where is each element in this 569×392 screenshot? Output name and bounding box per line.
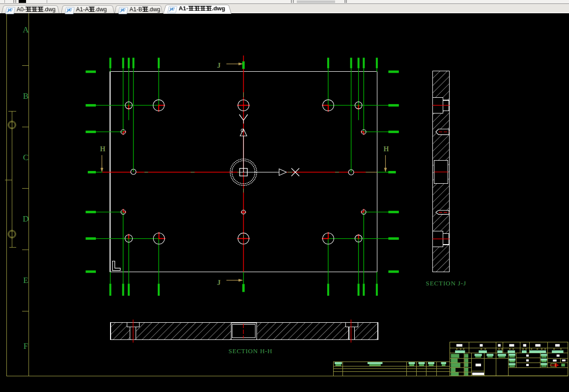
svg-text:SECTION J-J: SECTION J-J	[426, 280, 467, 287]
svg-text:C: C	[23, 153, 28, 162]
svg-text:D: D	[23, 214, 28, 224]
svg-text:H: H	[384, 145, 389, 153]
svg-text:H: H	[100, 145, 106, 153]
svg-text:SECTION H-H: SECTION H-H	[228, 347, 273, 355]
svg-text:J: J	[217, 61, 221, 69]
svg-text:J: J	[217, 279, 221, 286]
svg-text:F: F	[24, 341, 28, 351]
svg-text:B: B	[23, 91, 28, 101]
svg-text:E: E	[23, 276, 28, 285]
svg-text:A: A	[23, 25, 29, 34]
